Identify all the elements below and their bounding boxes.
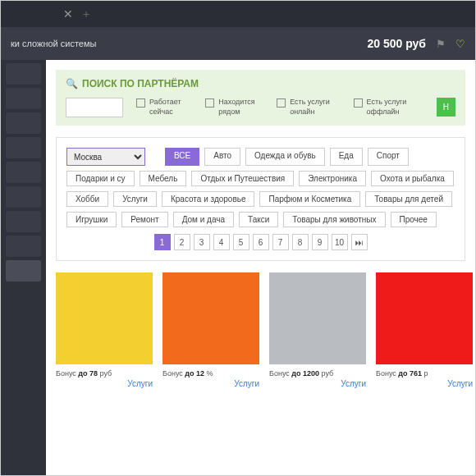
page-last-icon[interactable]: ⏭ bbox=[351, 234, 368, 250]
search-button[interactable]: Н bbox=[437, 98, 455, 117]
filter-all[interactable]: ВСЕ bbox=[165, 148, 199, 166]
filter-pill[interactable]: Авто bbox=[204, 148, 240, 166]
page-title: ки сложной системы bbox=[11, 39, 96, 48]
search-heading: ПОИСК ПО ПАРТНЁРАМ bbox=[82, 78, 199, 89]
checkbox-icon bbox=[277, 98, 286, 108]
close-icon[interactable]: ✕ bbox=[63, 7, 73, 21]
sidebar-item[interactable] bbox=[6, 137, 41, 158]
checkbox-icon bbox=[136, 98, 145, 108]
filter-pill[interactable]: Охота и рыбалка bbox=[371, 171, 454, 186]
card-link[interactable]: Услуги bbox=[269, 379, 366, 388]
cards: Бонус до 78 рубУслугиБонус до 12 %Услуги… bbox=[56, 272, 465, 388]
filter-row: Москва ВСЕ АвтоОдежда и обувьЕдаСпортПод… bbox=[66, 148, 455, 227]
sidebar-item[interactable] bbox=[6, 112, 41, 134]
filter-pill[interactable]: Электроника bbox=[299, 171, 366, 186]
search-input[interactable] bbox=[66, 98, 123, 117]
main: 🔍 ПОИСК ПО ПАРТНЁРАМ Работает сейчас Нах… bbox=[46, 60, 475, 475]
partner-card[interactable]: Бонус до 78 рубУслуги bbox=[56, 272, 153, 388]
check-works-now[interactable]: Работает сейчас bbox=[136, 98, 192, 117]
page-6[interactable]: 6 bbox=[253, 234, 269, 250]
sidebar-item[interactable] bbox=[6, 88, 41, 109]
card-image bbox=[269, 272, 366, 364]
search-panel: 🔍 ПОИСК ПО ПАРТНЁРАМ Работает сейчас Нах… bbox=[56, 70, 465, 126]
page-9[interactable]: 9 bbox=[312, 234, 328, 250]
partner-card[interactable]: Бонус до 1200 рубУслуги bbox=[269, 272, 366, 388]
sidebar-item[interactable] bbox=[6, 162, 41, 183]
filter-pill[interactable]: Одежда и обувь bbox=[245, 148, 325, 166]
sidebar-item[interactable] bbox=[6, 186, 41, 208]
body: 🔍 ПОИСК ПО ПАРТНЁРАМ Работает сейчас Нах… bbox=[1, 60, 475, 475]
sidebar-item-active[interactable] bbox=[6, 260, 41, 281]
filter-pill[interactable]: Ремонт bbox=[121, 212, 167, 227]
filter-pill[interactable]: Спорт bbox=[368, 148, 409, 166]
window: ✕ + ки сложной системы 20 500 руб ⚑ ♡ 🔍 bbox=[0, 0, 476, 476]
balance: 20 500 руб bbox=[367, 37, 426, 50]
header: ки сложной системы 20 500 руб ⚑ ♡ bbox=[1, 27, 475, 60]
search-row: Работает сейчас Находится рядом Есть усл… bbox=[66, 98, 455, 117]
page-4[interactable]: 4 bbox=[213, 234, 230, 250]
filter-pill[interactable]: Еда bbox=[330, 148, 363, 166]
card-bonus: Бонус до 78 руб bbox=[56, 369, 153, 378]
check-offline[interactable]: Есть услуги оффлайн bbox=[354, 98, 423, 117]
card-image bbox=[56, 272, 153, 364]
filter-pill[interactable]: Услуги bbox=[113, 191, 157, 207]
check-nearby[interactable]: Находится рядом bbox=[205, 98, 263, 117]
card-image bbox=[376, 272, 473, 364]
filter-pill[interactable]: Отдых и Путешествия bbox=[191, 171, 294, 186]
filter-pill[interactable]: Красота и здоровье bbox=[162, 191, 255, 207]
filters: Москва ВСЕ АвтоОдежда и обувьЕдаСпортПод… bbox=[56, 137, 465, 261]
page-2[interactable]: 2 bbox=[174, 234, 190, 250]
card-bonus: Бонус до 1200 руб bbox=[269, 369, 366, 378]
card-link[interactable]: Услуги bbox=[162, 379, 259, 388]
check-online[interactable]: Есть услуги онлайн bbox=[277, 98, 340, 117]
flag-icon[interactable]: ⚑ bbox=[436, 38, 446, 50]
partner-card[interactable]: Бонус до 12 %Услуги bbox=[162, 272, 259, 388]
search-icon: 🔍 bbox=[66, 78, 78, 89]
filter-pill[interactable]: Товары для детей bbox=[365, 191, 452, 207]
card-image bbox=[162, 272, 259, 364]
city-select[interactable]: Москва bbox=[66, 148, 145, 166]
checkbox-icon bbox=[354, 98, 363, 108]
filter-pill[interactable]: Мебель bbox=[140, 171, 187, 186]
page-7[interactable]: 7 bbox=[272, 234, 289, 250]
search-title: 🔍 ПОИСК ПО ПАРТНЁРАМ bbox=[66, 78, 455, 89]
header-right: 20 500 руб ⚑ ♡ bbox=[367, 37, 465, 50]
filter-pill[interactable]: Такси bbox=[239, 212, 278, 227]
sidebar-item[interactable] bbox=[6, 211, 41, 232]
filter-pill[interactable]: Парфюм и Косметика bbox=[259, 191, 360, 207]
card-link[interactable]: Услуги bbox=[56, 379, 153, 388]
tab-bar: ✕ + bbox=[1, 1, 475, 27]
page-5[interactable]: 5 bbox=[233, 234, 249, 250]
sidebar-item[interactable] bbox=[6, 236, 41, 257]
checkbox-icon bbox=[205, 98, 214, 108]
filter-pill[interactable]: Дом и дача bbox=[173, 212, 234, 227]
sidebar-item[interactable] bbox=[6, 63, 41, 85]
page-1[interactable]: 1 bbox=[154, 234, 171, 250]
bulb-icon[interactable]: ♡ bbox=[455, 38, 465, 50]
filter-pill[interactable]: Товары для животных bbox=[283, 212, 385, 227]
filter-pill[interactable]: Игрушки bbox=[66, 212, 117, 227]
filter-pill[interactable]: Прочее bbox=[391, 212, 437, 227]
filter-pill[interactable]: Подарки и су bbox=[66, 171, 135, 186]
pager: 12345678910⏭ bbox=[66, 234, 455, 250]
partner-card[interactable]: Бонус до 761 рУслуги bbox=[376, 272, 473, 388]
page-3[interactable]: 3 bbox=[194, 234, 210, 250]
card-bonus: Бонус до 761 р bbox=[376, 369, 473, 378]
page-8[interactable]: 8 bbox=[292, 234, 309, 250]
filter-pill[interactable]: Хобби bbox=[66, 191, 108, 207]
card-link[interactable]: Услуги bbox=[376, 379, 473, 388]
new-tab-icon[interactable]: + bbox=[83, 7, 89, 21]
page-10[interactable]: 10 bbox=[332, 234, 348, 250]
sidebar bbox=[1, 60, 46, 475]
card-bonus: Бонус до 12 % bbox=[162, 369, 259, 378]
